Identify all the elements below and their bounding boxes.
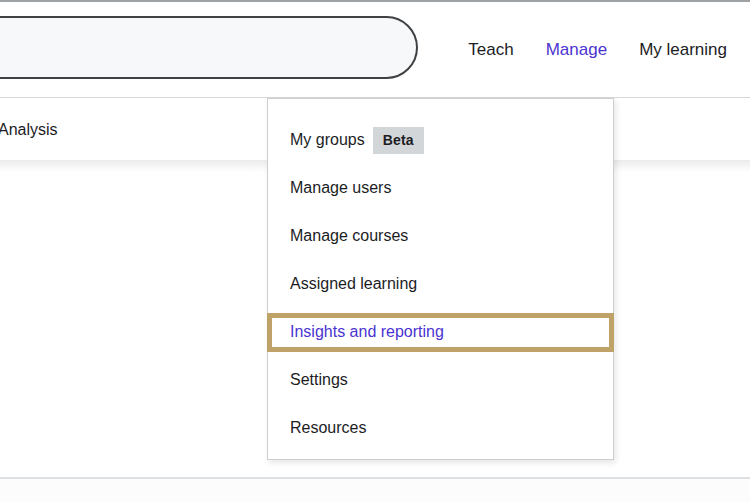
menu-item-resources[interactable]: Resources [268,404,613,452]
menu-item-label: Assigned learning [290,275,417,293]
menu-item-label: Insights and reporting [290,323,444,341]
search-input[interactable] [0,16,418,79]
nav-link-teach[interactable]: Teach [468,40,513,60]
menu-item-label: Manage courses [290,227,408,245]
nav-link-my-learning[interactable]: My learning [639,40,727,60]
menu-item-manage-courses[interactable]: Manage courses [268,212,613,260]
menu-item-label: My groups [290,131,365,149]
menu-item-my-groups[interactable]: My groups Beta [268,116,613,164]
site-header: Teach Manage My learning [0,2,750,98]
beta-badge: Beta [373,127,424,154]
bottom-strip [0,479,750,502]
manage-dropdown-menu: My groups Beta Manage users Manage cours… [267,98,614,460]
menu-item-label: Resources [290,419,366,437]
nav-link-manage[interactable]: Manage [546,40,607,60]
menu-item-assigned-learning[interactable]: Assigned learning [268,260,613,308]
menu-item-label: Settings [290,371,348,389]
menu-item-settings[interactable]: Settings [268,356,613,404]
main-nav: Teach Manage My learning [468,2,727,98]
tab-analysis[interactable]: Analysis [0,99,58,160]
menu-item-manage-users[interactable]: Manage users [268,164,613,212]
menu-item-insights-and-reporting[interactable]: Insights and reporting [268,308,613,356]
menu-item-label: Manage users [290,179,391,197]
